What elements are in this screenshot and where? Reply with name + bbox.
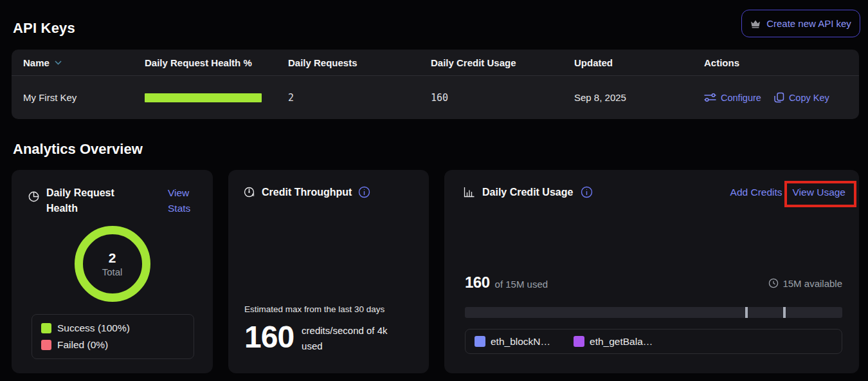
- column-header-name-label: Name: [23, 57, 50, 68]
- throughput-unit: credits/second of 4k used: [302, 323, 404, 354]
- legend-item-success: Success (100%): [41, 322, 187, 334]
- copy-key-label: Copy Key: [789, 93, 829, 103]
- health-bar: [145, 93, 262, 102]
- health-donut-chart: 2 Total: [75, 226, 150, 302]
- eth-blocknumber-label: eth_blockN…: [491, 336, 550, 348]
- crown-icon: [750, 19, 761, 28]
- column-header-actions: Actions: [704, 57, 859, 68]
- daily-credit-usage-card: Daily Credit Usage Add Credits View Usag…: [444, 170, 859, 373]
- api-keys-table: Name Daily Request Health % Daily Reques…: [12, 50, 859, 119]
- clock-icon: [768, 278, 779, 288]
- view-stats-link[interactable]: View Stats: [168, 185, 200, 216]
- info-icon[interactable]: [358, 186, 370, 198]
- donut-total-label: Total: [102, 266, 123, 277]
- table-header-row: Name Daily Request Health % Daily Reques…: [12, 50, 859, 76]
- eth-getbalance-label: eth_getBala…: [590, 336, 653, 348]
- column-header-daily-requests: Daily Requests: [288, 57, 431, 68]
- info-icon[interactable]: [581, 186, 593, 198]
- health-card-title: Daily Request Health: [46, 185, 125, 216]
- available-credits: 15M available: [768, 278, 842, 289]
- failed-label: Failed (0%): [57, 339, 108, 351]
- legend-item-eth-getbalance: eth_getBala…: [574, 336, 653, 348]
- throughput-value: 160: [244, 322, 294, 352]
- column-header-updated: Updated: [574, 57, 704, 68]
- sort-chevron-icon[interactable]: [54, 60, 62, 66]
- success-swatch: [41, 323, 51, 333]
- pie-chart-icon: [28, 191, 39, 216]
- usage-label: of 15M used: [495, 279, 548, 290]
- health-bar-cell: [145, 93, 288, 102]
- view-usage-link[interactable]: View Usage: [793, 187, 845, 198]
- copy-icon: [774, 92, 784, 103]
- key-name-cell: My First Key: [23, 92, 145, 103]
- daily-request-health-card: Daily Request Health View Stats 2 Total …: [12, 170, 213, 373]
- create-api-key-label: Create new API key: [766, 18, 851, 29]
- column-header-health: Daily Request Health %: [145, 57, 288, 68]
- actions-cell: Configure Copy Key: [704, 92, 859, 103]
- column-header-daily-credit-usage: Daily Credit Usage: [431, 57, 574, 68]
- bar-chart-icon: [464, 187, 475, 198]
- page-title: API Keys: [13, 20, 75, 37]
- configure-button[interactable]: Configure: [704, 93, 761, 103]
- throughput-subtitle: Estimated max from the last 30 days: [244, 304, 416, 314]
- analytics-section-title: Analytics Overview: [13, 141, 143, 158]
- daily-credit-usage-cell: 160: [431, 92, 574, 104]
- failed-swatch: [41, 340, 51, 350]
- updated-cell: Sep 8, 2025: [574, 92, 704, 103]
- configure-label: Configure: [721, 93, 761, 103]
- health-legend: Success (100%) Failed (0%): [32, 314, 194, 359]
- available-label: 15M available: [782, 278, 842, 289]
- donut-total-value: 2: [109, 250, 116, 266]
- create-api-key-button[interactable]: Create new API key: [741, 10, 860, 37]
- credit-throughput-card: Credit Throughput Estimated max from the…: [228, 170, 429, 373]
- progress-tick-2: [783, 307, 786, 318]
- sliders-icon: [704, 93, 716, 102]
- credit-usage-progress-bar: [465, 307, 842, 318]
- daily-requests-cell: 2: [288, 92, 431, 104]
- analytics-cards: Daily Request Health View Stats 2 Total …: [12, 170, 859, 373]
- throughput-card-title: Credit Throughput: [262, 187, 352, 198]
- legend-item-eth-blocknumber: eth_blockN…: [475, 336, 550, 348]
- gauge-icon: [244, 187, 255, 198]
- eth-blocknumber-swatch: [475, 336, 485, 347]
- table-row: My First Key 2 160 Sep 8, 2025 Configure: [12, 76, 859, 119]
- usage-legend: eth_blockN… eth_getBala…: [465, 329, 842, 354]
- column-header-name[interactable]: Name: [23, 57, 145, 68]
- copy-key-button[interactable]: Copy Key: [774, 92, 829, 103]
- eth-getbalance-swatch: [574, 336, 584, 347]
- legend-item-failed: Failed (0%): [41, 339, 187, 351]
- success-label: Success (100%): [57, 322, 130, 334]
- progress-tick-1: [745, 307, 748, 318]
- usage-card-title: Daily Credit Usage: [482, 187, 573, 198]
- usage-value: 160: [465, 274, 490, 292]
- add-credits-link[interactable]: Add Credits: [730, 187, 782, 198]
